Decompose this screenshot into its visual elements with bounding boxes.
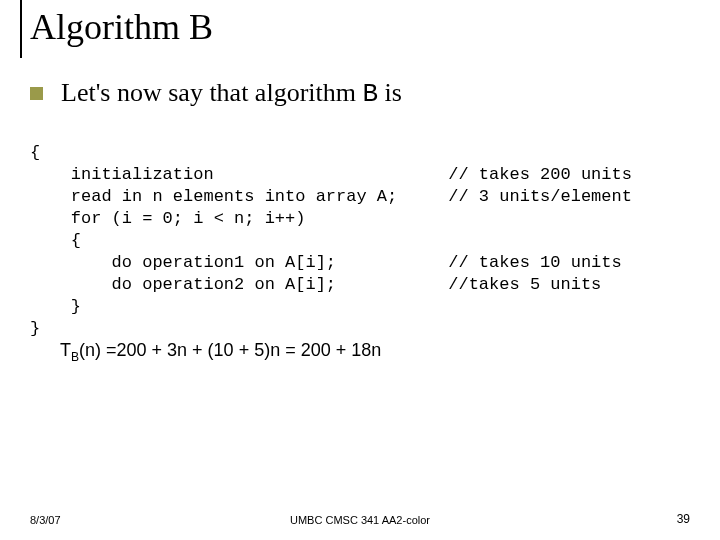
code-line: for (i = 0; i < n; i++) [30, 209, 305, 228]
lead-suffix: is [378, 78, 402, 107]
code-line: { [30, 143, 40, 162]
code-line: } [30, 319, 40, 338]
title-rule [20, 0, 22, 58]
formula-subscript: B [71, 350, 79, 364]
footer-page: 39 [677, 512, 690, 526]
formula-rest: (n) =200 + 3n + (10 + 5)n = 200 + 18n [79, 340, 381, 360]
bullet-item: Let's now say that algorithm B is [30, 78, 402, 109]
formula-prefix: T [60, 340, 71, 360]
code-line: do operation1 on A[i]; // takes 10 units [30, 253, 622, 272]
bullet-square-icon [30, 87, 43, 100]
footer-center: UMBC CMSC 341 AA2-color [0, 514, 720, 526]
code-line: } [30, 297, 81, 316]
lead-text: Let's now say that algorithm B is [61, 78, 402, 109]
slide-title: Algorithm B [30, 6, 213, 48]
formula: TB(n) =200 + 3n + (10 + 5)n = 200 + 18n [60, 340, 381, 364]
lead-prefix: Let's now say that algorithm [61, 78, 362, 107]
lead-code: B [362, 79, 378, 109]
code-block: { initialization // takes 200 units read… [30, 120, 632, 362]
code-line: { [30, 231, 81, 250]
code-line: initialization // takes 200 units [30, 165, 632, 184]
code-line: read in n elements into array A; // 3 un… [30, 187, 632, 206]
slide: Algorithm B Let's now say that algorithm… [0, 0, 720, 540]
code-line: do operation2 on A[i]; //takes 5 units [30, 275, 601, 294]
